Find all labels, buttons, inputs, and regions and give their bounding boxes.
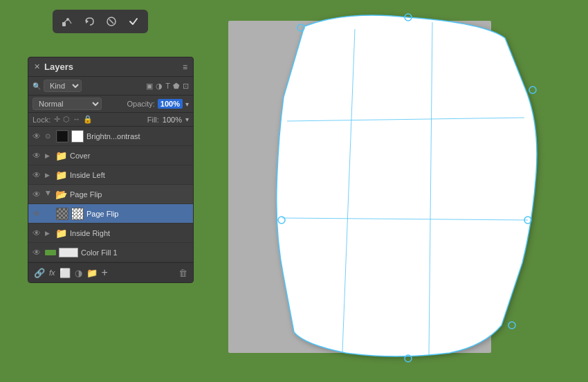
kind-filter-select[interactable]: Kind (44, 80, 82, 92)
opacity-label: Opacity: (127, 100, 155, 108)
brightness-mask-thumb (71, 130, 84, 143)
color-fill-layer-name: Color Fill 1 (81, 248, 189, 257)
inside-right-folder-thumb: 📁 (55, 227, 67, 239)
type-filter-icon[interactable]: T (165, 82, 170, 91)
svg-rect-0 (62, 22, 66, 26)
fill-value: 100% (163, 116, 182, 124)
lock-artboard-icon[interactable]: ↔ (73, 115, 80, 124)
expand-arrow[interactable]: ▶ (45, 152, 52, 159)
panel-header: ✕ Layers ≡ (28, 57, 193, 77)
canvas-svg (194, 0, 588, 382)
page-flip-layer-name: Page Flip (86, 210, 189, 218)
puppet-warp-icon[interactable] (59, 14, 75, 29)
lock-row: Lock: ✛ ⬡ ↔ 🔒 Fill: 100% ▾ (28, 113, 193, 127)
visibility-icon[interactable]: 👁 (33, 170, 42, 180)
lock-position-icon[interactable]: ✛ (54, 115, 60, 124)
add-adjustment-icon[interactable]: ◑ (75, 268, 82, 278)
layers-panel: ✕ Layers ≡ 🔍 Kind ▣ ◑ T ⬟ ⊡ Normal Multi… (28, 57, 194, 283)
visibility-icon[interactable]: 👁 (33, 228, 42, 238)
brightness-thumb (56, 130, 68, 143)
pixel-filter-icon[interactable]: ▣ (146, 82, 153, 91)
search-icon: 🔍 (33, 82, 41, 90)
page-flip-layer-thumb2 (71, 208, 84, 220)
panel-close-button[interactable]: ✕ (34, 62, 40, 71)
cover-layer-name: Cover (70, 152, 189, 160)
color-swatch-white (59, 248, 78, 257)
visibility-icon[interactable]: 👁 (33, 151, 42, 161)
shape-filter-icon[interactable]: ⬟ (173, 82, 180, 91)
cover-layer-item[interactable]: 👁 ▶ 📁 Cover (28, 146, 193, 165)
blend-mode-select[interactable]: Normal Multiply Screen Overlay (33, 98, 102, 110)
new-layer-icon[interactable]: + (102, 266, 108, 279)
fill-label: Fill: (147, 116, 159, 124)
svg-line-2 (64, 20, 67, 22)
delete-layer-icon[interactable]: 🗑 (178, 268, 187, 278)
color-fill-layer-item[interactable]: 👁 Color Fill 1 (28, 243, 193, 262)
lock-label: Lock: (33, 116, 50, 124)
svg-marker-4 (86, 19, 89, 24)
lock-all-icon[interactable]: 🔒 (83, 115, 93, 124)
panel-footer: 🔗 fx ⬜ ◑ 📁 + 🗑 (28, 262, 193, 282)
expand-arrow[interactable]: ▶ (45, 172, 52, 179)
add-mask-icon[interactable]: ⬜ (59, 268, 71, 278)
search-bar: 🔍 Kind ▣ ◑ T ⬟ ⊡ (28, 77, 193, 96)
page-flip-layer-thumb (56, 208, 68, 220)
layers-list: 👁 ⊙ Brightn...ontrast 👁 ▶ 📁 Cover 👁 ▶ 📁 (28, 127, 193, 262)
link-layers-icon[interactable]: 🔗 (34, 268, 45, 278)
control-point-left-top[interactable] (297, 24, 304, 31)
undo-icon[interactable] (82, 14, 97, 29)
page-flip-group-name: Page Flip (70, 190, 189, 199)
adjustment-filter-icon[interactable]: ◑ (156, 82, 163, 91)
fill-dropdown-arrow[interactable]: ▾ (185, 116, 189, 123)
color-fill-strip (45, 248, 78, 257)
inside-left-folder-thumb: 📁 (55, 169, 67, 181)
visibility-icon[interactable]: 👁 (33, 131, 42, 141)
expand-arrow-expanded[interactable]: ▶ (45, 191, 52, 198)
color-swatch-green (45, 250, 56, 255)
fx-icon[interactable]: fx (49, 269, 55, 277)
inside-right-layer-name: Inside Right (70, 229, 189, 237)
cover-folder-thumb: 📁 (55, 149, 67, 162)
panel-title: Layers (44, 62, 73, 72)
cancel-icon[interactable] (104, 14, 119, 29)
control-point-right-bot[interactable] (508, 322, 515, 329)
visibility-icon[interactable]: 👁 (33, 190, 42, 199)
inside-left-layer-item[interactable]: 👁 ▶ 📁 Inside Left (28, 165, 193, 185)
page-flip-group-item[interactable]: 👁 ▶ 📂 Page Flip (28, 185, 193, 204)
svg-line-6 (109, 19, 113, 24)
panel-menu-button[interactable]: ≡ (183, 62, 187, 72)
visibility-icon[interactable]: 👁 (33, 248, 42, 257)
inside-left-layer-name: Inside Left (70, 171, 189, 179)
link-icon: ⊙ (45, 132, 53, 140)
opacity-dropdown-arrow[interactable]: ▾ (185, 100, 189, 108)
page-flip-layer-item[interactable]: 👁 Page Flip (28, 204, 193, 224)
expand-arrow[interactable]: ▶ (45, 230, 52, 237)
page-flip-group-thumb: 📂 (55, 188, 67, 201)
page-shape (277, 15, 537, 356)
control-point-right-top[interactable] (529, 87, 536, 93)
confirm-icon[interactable] (126, 14, 141, 29)
brightness-layer-item[interactable]: 👁 ⊙ Brightn...ontrast (28, 127, 193, 146)
new-group-icon[interactable]: 📁 (86, 268, 98, 278)
visibility-icon[interactable]: 👁 (33, 209, 42, 219)
lock-pixel-icon[interactable]: ⬡ (63, 115, 70, 124)
canvas-area (194, 0, 588, 382)
top-toolbar (53, 10, 148, 33)
svg-line-3 (69, 20, 71, 24)
brightness-layer-name: Brightn...ontrast (86, 132, 189, 140)
smart-filter-icon[interactable]: ⊡ (183, 82, 189, 91)
blend-mode-row: Normal Multiply Screen Overlay Opacity: … (28, 96, 193, 113)
opacity-value[interactable]: 100% (158, 99, 183, 109)
inside-right-layer-item[interactable]: 👁 ▶ 📁 Inside Right (28, 224, 193, 243)
